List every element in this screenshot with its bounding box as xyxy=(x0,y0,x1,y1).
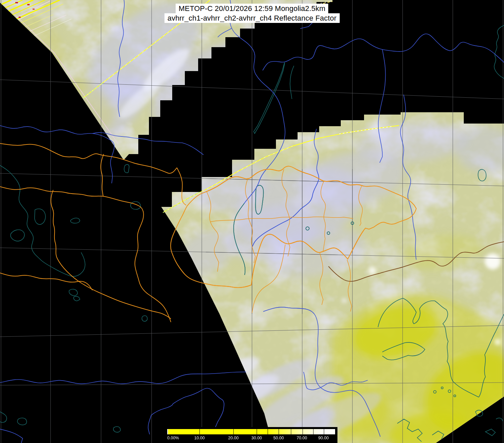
colorbar-tick-label: 20.00 xyxy=(228,436,238,440)
colorbar-tick xyxy=(324,429,324,434)
colorbar-tick xyxy=(279,429,279,434)
satellite-map xyxy=(0,0,504,443)
colorbar-labels: 0.00% 10.00 20.00 30.00 50.00 70.00 90.0… xyxy=(166,436,337,441)
colorbar-tick xyxy=(233,429,234,434)
colorbar-tick xyxy=(257,429,257,434)
colorbar-tick xyxy=(268,429,268,434)
colorbar-tick-label: 0.00% xyxy=(167,436,179,440)
colorbar-tick-label: 30.00 xyxy=(251,436,262,440)
colorbar-tick-label: 70.00 xyxy=(297,436,307,440)
colorbar-tick-label: 50.00 xyxy=(273,436,284,440)
colorbar-tick xyxy=(291,429,291,434)
colorbar-tick xyxy=(199,429,200,434)
colorbar-tick xyxy=(313,429,314,434)
satellite-image-viewport: METOP-C 20/01/2026 12:59 Mongolia2.5km a… xyxy=(0,0,504,443)
reflectance-colorbar: 0.00% 10.00 20.00 30.00 50.00 70.00 90.0… xyxy=(166,427,337,443)
colorbar-gradient xyxy=(167,429,335,434)
colorbar-tick-label: 10.00 xyxy=(194,436,204,440)
colorbar-tick-label: 90.00 xyxy=(318,436,328,440)
colorbar-tick xyxy=(303,429,303,434)
